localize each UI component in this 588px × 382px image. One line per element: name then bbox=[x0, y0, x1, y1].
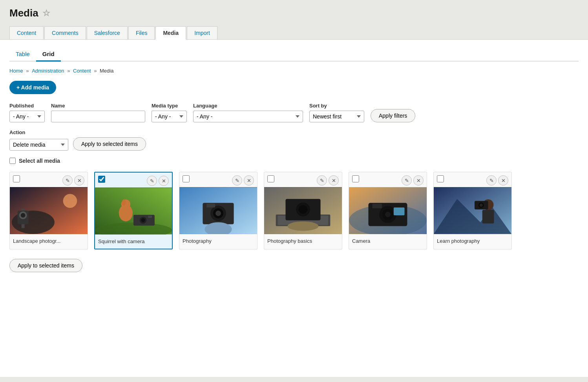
name-input[interactable] bbox=[51, 111, 145, 122]
top-tabs-bar: Content Comments Salesforce Files Media … bbox=[0, 26, 588, 40]
media-card-1-actions: ✎ ✕ bbox=[62, 175, 84, 186]
media-grid: ✎ ✕ bbox=[9, 172, 579, 249]
svg-rect-36 bbox=[372, 204, 382, 208]
apply-to-selected-button-top[interactable]: Apply to selected items bbox=[73, 137, 146, 151]
add-media-button[interactable]: + Add media bbox=[9, 81, 56, 94]
media-card-6-name: Learn photography bbox=[434, 234, 511, 248]
media-card-4-thumbnail bbox=[264, 187, 342, 234]
svg-point-11 bbox=[122, 200, 126, 206]
close-icon: ✕ bbox=[77, 178, 82, 184]
sort-by-select[interactable]: Newest first Oldest first Name A-Z bbox=[309, 111, 364, 122]
media-card-2-delete-button[interactable]: ✕ bbox=[159, 176, 169, 186]
breadcrumb-sep-2: » bbox=[67, 68, 71, 74]
media-card-2-thumbnail bbox=[95, 187, 172, 235]
edit-icon-3: ✎ bbox=[235, 178, 239, 184]
published-label: Published bbox=[9, 103, 45, 109]
media-card-3-edit-button[interactable]: ✎ bbox=[232, 175, 242, 186]
media-card-1-delete-button[interactable]: ✕ bbox=[74, 175, 84, 186]
media-type-label: Media type bbox=[152, 103, 187, 109]
breadcrumb-home[interactable]: Home bbox=[9, 68, 23, 74]
media-card-5-top: ✎ ✕ bbox=[349, 172, 427, 187]
language-filter-group: Language - Any - bbox=[193, 103, 303, 122]
close-icon-5: ✕ bbox=[416, 178, 421, 184]
media-card-4-delete-button[interactable]: ✕ bbox=[329, 175, 339, 186]
media-card-5-edit-button[interactable]: ✎ bbox=[402, 175, 412, 186]
media-card-2: ✎ ✕ bbox=[94, 172, 173, 249]
svg-point-44 bbox=[480, 204, 483, 207]
edit-icon: ✎ bbox=[66, 178, 70, 184]
media-card-3-top: ✎ ✕ bbox=[179, 172, 257, 187]
media-card-5-checkbox[interactable] bbox=[352, 175, 359, 182]
language-select[interactable]: - Any - bbox=[193, 111, 303, 122]
breadcrumb: Home » Administration » Content » Media bbox=[9, 68, 579, 74]
svg-point-1 bbox=[63, 194, 77, 208]
media-card-5-actions: ✎ ✕ bbox=[402, 175, 424, 186]
media-card-6-top: ✎ ✕ bbox=[434, 172, 511, 187]
edit-icon-6: ✎ bbox=[489, 178, 494, 184]
media-card-5-thumbnail bbox=[349, 187, 427, 234]
tab-media[interactable]: Media bbox=[155, 26, 186, 40]
tab-files[interactable]: Files bbox=[128, 26, 155, 39]
media-card-3: ✎ ✕ bbox=[179, 172, 257, 249]
media-type-filter-group: Media type - Any - bbox=[152, 103, 187, 122]
media-card-5-name: Camera bbox=[349, 234, 427, 248]
media-type-select[interactable]: - Any - bbox=[152, 111, 187, 122]
sub-tabs-bar: Table Grid bbox=[9, 47, 579, 62]
tab-salesforce[interactable]: Salesforce bbox=[87, 26, 128, 39]
action-label: Action bbox=[9, 129, 68, 135]
select-all-label: Select all media bbox=[19, 158, 60, 164]
svg-point-35 bbox=[385, 212, 391, 217]
select-all-checkbox[interactable] bbox=[9, 158, 16, 164]
media-card-3-delete-button[interactable]: ✕ bbox=[244, 175, 254, 186]
breadcrumb-sep-1: » bbox=[26, 68, 30, 74]
tab-content[interactable]: Content bbox=[9, 26, 44, 39]
sub-tab-table[interactable]: Table bbox=[9, 47, 36, 62]
edit-icon-2: ✎ bbox=[150, 178, 154, 184]
breadcrumb-content[interactable]: Content bbox=[73, 68, 91, 74]
apply-filters-button[interactable]: Apply filters bbox=[371, 109, 415, 122]
media-card-3-checkbox[interactable] bbox=[183, 175, 190, 182]
published-filter-group: Published - Any - bbox=[9, 103, 45, 122]
media-card-3-thumbnail bbox=[179, 187, 257, 234]
media-card-2-checkbox[interactable] bbox=[98, 176, 105, 183]
filters-row: Published - Any - Name Media type - Any … bbox=[9, 103, 579, 122]
media-card-1-checkbox[interactable] bbox=[13, 175, 20, 182]
svg-point-29 bbox=[287, 222, 318, 231]
media-card-3-name: Photography bbox=[179, 234, 257, 248]
media-card-2-actions: ✎ ✕ bbox=[147, 176, 169, 186]
media-card-6: ✎ ✕ bbox=[433, 172, 512, 249]
svg-point-28 bbox=[299, 205, 307, 214]
media-card-4-actions: ✎ ✕ bbox=[317, 175, 339, 186]
media-card-4-name: Photography basics bbox=[264, 234, 342, 248]
close-icon-3: ✕ bbox=[247, 178, 251, 184]
action-select[interactable]: Delete media bbox=[9, 139, 68, 151]
tab-comments[interactable]: Comments bbox=[44, 26, 86, 39]
media-card-6-actions: ✎ ✕ bbox=[486, 175, 508, 186]
breadcrumb-current: Media bbox=[100, 68, 113, 74]
media-card-3-actions: ✎ ✕ bbox=[232, 175, 254, 186]
media-card-2-name: Squirrel with camera bbox=[95, 235, 172, 249]
edit-icon-4: ✎ bbox=[320, 178, 324, 184]
published-select[interactable]: - Any - bbox=[9, 111, 45, 122]
media-card-1-edit-button[interactable]: ✎ bbox=[62, 175, 73, 186]
media-card-4-edit-button[interactable]: ✎ bbox=[317, 175, 327, 186]
media-card-4-checkbox[interactable] bbox=[267, 175, 274, 182]
media-card-6-delete-button[interactable]: ✕ bbox=[498, 175, 508, 186]
star-icon[interactable]: ☆ bbox=[42, 8, 50, 18]
media-card-5-delete-button[interactable]: ✕ bbox=[413, 175, 424, 186]
breadcrumb-administration[interactable]: Administration bbox=[32, 68, 64, 74]
media-card-6-thumbnail bbox=[434, 187, 511, 234]
svg-point-14 bbox=[141, 218, 145, 222]
name-filter-group: Name bbox=[51, 103, 145, 122]
apply-to-selected-button-bottom[interactable]: Apply to selected items bbox=[9, 259, 82, 272]
breadcrumb-sep-3: » bbox=[94, 68, 98, 74]
media-card-1: ✎ ✕ bbox=[9, 172, 88, 249]
media-card-1-top: ✎ ✕ bbox=[10, 172, 88, 187]
tab-import[interactable]: Import bbox=[187, 26, 217, 39]
sort-by-label: Sort by bbox=[309, 103, 364, 109]
media-card-2-edit-button[interactable]: ✎ bbox=[147, 176, 157, 186]
media-card-6-edit-button[interactable]: ✎ bbox=[486, 175, 497, 186]
media-card-6-checkbox[interactable] bbox=[437, 175, 444, 182]
action-row: Action Delete media Apply to selected it… bbox=[9, 129, 579, 151]
sub-tab-grid[interactable]: Grid bbox=[36, 47, 61, 62]
